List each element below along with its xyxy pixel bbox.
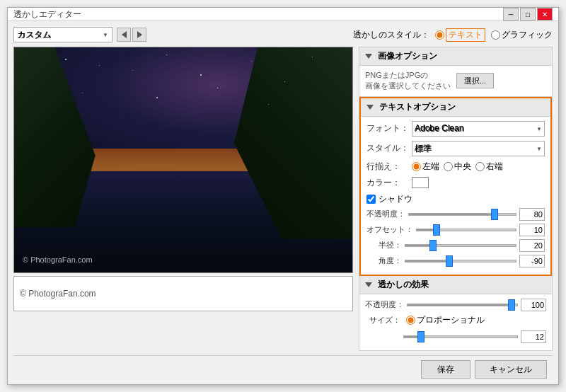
radius-label: 半径： (366, 240, 402, 250)
style-select[interactable]: 標準 (412, 141, 545, 156)
close-button[interactable]: ✕ (537, 8, 553, 21)
align-center-label[interactable]: 中央 (444, 161, 471, 173)
offset-value-input[interactable] (519, 224, 545, 236)
angle-thumb[interactable] (446, 255, 453, 267)
font-row: フォント： Adobe Clean Adobe Clean (366, 121, 545, 137)
font-select[interactable]: Adobe Clean (412, 121, 545, 137)
image-options-header: 画像オプション (359, 47, 552, 66)
star (217, 88, 218, 88)
radius-slider-track[interactable] (405, 244, 516, 247)
offset-slider-row: オフセット： (366, 224, 545, 236)
offset-thumb[interactable] (433, 224, 440, 236)
effect-opacity-row: 不透明度： (365, 299, 546, 311)
radio-graphic[interactable] (491, 30, 500, 40)
title-buttons: ─ □ ✕ (503, 8, 553, 21)
opacity-fill (409, 214, 495, 215)
nav-arrows (117, 28, 146, 42)
align-label: 行揃え： (366, 161, 409, 173)
text-options-body: フォント： Adobe Clean Adobe Clean スタイル： (361, 117, 550, 275)
effect-body: 不透明度： サイズ： プロポーショナル (359, 294, 552, 350)
nav-left-icon (122, 31, 127, 38)
nav-right-button[interactable] (132, 28, 146, 42)
image-options-label: 画像オプション (378, 50, 437, 62)
opacity-label: 不透明度： (366, 209, 405, 219)
align-left-radio[interactable] (412, 162, 421, 171)
save-button[interactable]: 保存 (421, 360, 470, 379)
effect-opacity-input[interactable] (521, 299, 546, 311)
radio-text-label[interactable]: テキスト (435, 28, 485, 42)
color-row: カラー： (366, 177, 545, 189)
radius-slider-row: 半径： (366, 239, 545, 252)
radius-value-input[interactable] (519, 239, 545, 252)
size-slider-track[interactable] (403, 335, 518, 338)
size-value-input[interactable] (521, 330, 546, 343)
shadow-checkbox[interactable] (366, 195, 376, 204)
star (166, 54, 167, 55)
nav-right-icon (137, 31, 142, 38)
size-proportional-radio[interactable] (406, 316, 415, 325)
angle-label: 角度： (366, 255, 402, 266)
font-select-wrapper: Adobe Clean Adobe Clean (412, 121, 545, 137)
shadow-label: シャドウ (379, 193, 412, 205)
preset-dropdown[interactable]: カスタム (13, 27, 112, 42)
star (268, 104, 269, 105)
size-proportional-label[interactable]: プロポーショナル (406, 314, 485, 326)
radio-text[interactable] (435, 30, 444, 40)
offset-label: オフセット： (366, 224, 413, 235)
star (312, 57, 313, 57)
minimize-button[interactable]: ─ (503, 8, 519, 21)
preview-panel: © PhotograFan.com © PhotograFan.com (13, 47, 353, 351)
angle-value-input[interactable] (519, 255, 545, 267)
color-label: カラー： (366, 177, 409, 189)
color-swatch[interactable] (412, 177, 429, 188)
effect-triangle (365, 282, 372, 287)
align-row: 行揃え： 左端 中央 (366, 161, 545, 173)
align-center-text: 中央 (454, 161, 471, 173)
image-options-body: PNGまたはJPGの画像を選択してください 選択... (359, 66, 552, 97)
radius-thumb[interactable] (429, 240, 437, 251)
effect-opacity-track[interactable] (407, 304, 518, 306)
opacity-thumb[interactable] (491, 209, 498, 220)
cancel-button[interactable]: キャンセル (475, 360, 547, 379)
effect-label: 透かしの効果 (378, 279, 429, 291)
star (251, 61, 252, 62)
preview-watermark-text: © PhotograFan.com (23, 255, 93, 264)
size-proportional-text: プロポーショナル (417, 314, 485, 326)
stars-layer (14, 47, 352, 272)
star (200, 74, 202, 76)
align-left-text: 左端 (422, 161, 439, 173)
opacity-value-input[interactable] (519, 208, 545, 221)
opacity-slider-row: 不透明度： (366, 208, 545, 221)
size-thumb[interactable] (417, 331, 424, 342)
maximize-button[interactable]: □ (520, 8, 536, 21)
align-center-radio[interactable] (444, 162, 453, 171)
star (65, 59, 67, 60)
window-title: 透かしエディター (13, 8, 81, 21)
shadow-row: シャドウ (366, 193, 545, 205)
select-image-button[interactable]: 選択... (456, 73, 494, 88)
effect-opacity-fill (408, 304, 512, 306)
angle-slider-row: 角度： (366, 255, 545, 267)
offset-slider-track[interactable] (416, 229, 516, 231)
watermark-style-group: 透かしのスタイル： テキスト グラフィック (353, 28, 553, 42)
align-right-radio[interactable] (475, 162, 485, 171)
star (132, 70, 133, 71)
image-options-triangle (365, 54, 372, 59)
angle-slider-track[interactable] (405, 260, 516, 263)
opacity-slider-track[interactable] (408, 213, 516, 216)
style-row: スタイル： 標準 標準 (366, 141, 545, 156)
align-right-label[interactable]: 右端 (475, 161, 503, 173)
size-row: サイズ： プロポーショナル (365, 314, 546, 326)
align-radio-group: 左端 中央 右端 (412, 161, 503, 173)
text-preview-content: © PhotograFan.com (20, 289, 96, 299)
style-label: スタイル： (366, 142, 409, 154)
radio-graphic-label[interactable]: グラフィック (491, 29, 553, 41)
star (156, 97, 158, 98)
nav-left-button[interactable] (117, 28, 131, 42)
preset-dropdown-wrapper: カスタム カスタム (13, 27, 112, 42)
title-bar-left: 透かしエディター (13, 8, 81, 21)
align-left-label[interactable]: 左端 (412, 161, 439, 173)
effect-opacity-label: 不透明度： (365, 299, 404, 310)
effect-opacity-thumb[interactable] (508, 299, 515, 311)
top-bar: カスタム カスタム 透かしのスタイル： テキスト (13, 27, 553, 42)
